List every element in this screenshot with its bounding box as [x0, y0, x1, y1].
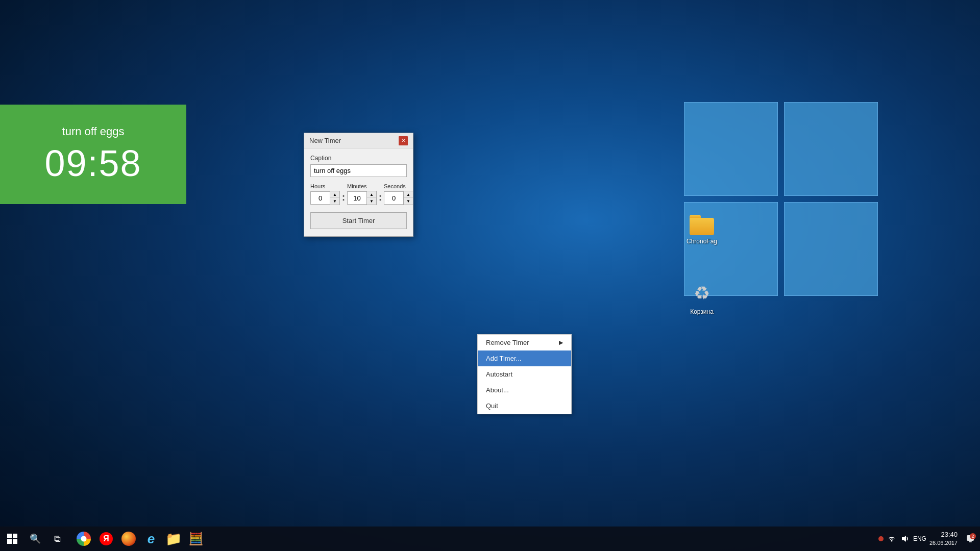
- taskbar-files[interactable]: 📁: [162, 528, 185, 550]
- menu-item-remove-timer[interactable]: Remove Timer ▶: [478, 335, 571, 350]
- timer-tray-indicator: [878, 536, 884, 541]
- hours-field: Hours ▲ ▼: [310, 183, 340, 205]
- taskbar-chrome[interactable]: [72, 528, 95, 550]
- taskbar-apps: Я e 📁 🧮: [68, 528, 878, 550]
- minutes-spinner-buttons: ▲ ▼: [366, 191, 377, 205]
- seconds-spinner-buttons: ▲ ▼: [403, 191, 413, 205]
- minutes-field: Minutes ▲ ▼: [347, 183, 377, 205]
- system-tray: ENG 23:40 26.06.2017 2: [878, 531, 980, 546]
- menu-item-autostart[interactable]: Autostart: [478, 366, 571, 382]
- new-timer-dialog: New Timer ✕ Caption Hours ▲ ▼ : Minutes: [304, 133, 413, 237]
- search-button[interactable]: 🔍: [24, 527, 46, 551]
- timer-widget-caption: turn off eggs: [62, 125, 125, 138]
- win-pane-4: [784, 202, 878, 296]
- taskbar: 🔍 ⧉ Я e 📁 🧮: [0, 527, 980, 551]
- timer-widget-display: 09:58: [44, 142, 141, 184]
- edge-icon: e: [144, 532, 158, 545]
- menu-item-quit[interactable]: Quit: [478, 398, 571, 414]
- caption-label: Caption: [310, 155, 407, 162]
- menu-item-label: Add Timer...: [486, 355, 521, 362]
- network-icon[interactable]: [887, 534, 897, 544]
- start-pane-1: [7, 534, 12, 538]
- menu-item-label: About...: [486, 386, 509, 394]
- volume-icon[interactable]: [900, 534, 910, 544]
- chrome-icon: [77, 532, 91, 546]
- dialog-close-button[interactable]: ✕: [399, 136, 408, 145]
- calculator-icon: 🧮: [188, 532, 204, 546]
- minutes-input[interactable]: [347, 191, 366, 205]
- desktop-icon-recycle[interactable]: ♻ Корзина: [681, 278, 722, 318]
- start-timer-button[interactable]: Start Timer: [310, 212, 407, 229]
- seconds-field: Seconds ▲ ▼: [384, 183, 413, 205]
- seconds-down-button[interactable]: ▼: [404, 198, 413, 205]
- clock-area[interactable]: 23:40 26.06.2017: [929, 531, 962, 546]
- seconds-input[interactable]: [384, 191, 403, 205]
- menu-item-add-timer[interactable]: Add Timer...: [478, 350, 571, 366]
- svg-marker-1: [902, 536, 906, 542]
- taskbar-edge[interactable]: e: [140, 528, 162, 550]
- dialog-title: New Timer: [309, 137, 341, 144]
- taskbar-yandex[interactable]: Я: [95, 528, 117, 550]
- minutes-spinner: ▲ ▼: [347, 191, 377, 205]
- language-indicator[interactable]: ENG: [913, 535, 926, 542]
- hours-label: Hours: [310, 183, 325, 189]
- dialog-body: Caption Hours ▲ ▼ : Minutes: [304, 148, 413, 236]
- svg-rect-3: [969, 541, 972, 542]
- separator-2: :: [379, 183, 382, 203]
- menu-item-about[interactable]: About...: [478, 382, 571, 398]
- minutes-down-button[interactable]: ▼: [367, 198, 376, 205]
- start-pane-2: [13, 534, 17, 538]
- caption-input[interactable]: [310, 164, 407, 177]
- start-icon: [7, 534, 17, 544]
- dialog-titlebar: New Timer ✕: [304, 133, 413, 148]
- hours-spinner-buttons: ▲ ▼: [330, 191, 340, 205]
- taskbar-firefox[interactable]: [117, 528, 140, 550]
- start-button[interactable]: [0, 527, 24, 551]
- notification-count: 2: [970, 533, 976, 539]
- search-icon: 🔍: [30, 533, 41, 544]
- task-view-icon: ⧉: [54, 534, 61, 544]
- files-icon: 📁: [165, 531, 182, 547]
- menu-item-label: Quit: [486, 402, 498, 410]
- minutes-up-button[interactable]: ▲: [367, 191, 376, 198]
- seconds-up-button[interactable]: ▲: [404, 191, 413, 198]
- hours-up-button[interactable]: ▲: [330, 191, 339, 198]
- desktop-icon-chronofag[interactable]: ChronoFag: [681, 212, 722, 248]
- desktop-icon-chronofag-label: ChronoFag: [687, 238, 717, 245]
- start-pane-4: [13, 539, 17, 544]
- hours-input[interactable]: [310, 191, 330, 205]
- win-pane-2: [784, 102, 878, 196]
- hours-down-button[interactable]: ▼: [330, 198, 339, 205]
- menu-item-label: Autostart: [486, 370, 512, 378]
- separator-1: :: [342, 183, 345, 203]
- windows-logo-decoration: [684, 102, 878, 296]
- context-menu: Remove Timer ▶ Add Timer... Autostart Ab…: [477, 334, 572, 414]
- taskbar-calculator[interactable]: 🧮: [185, 528, 207, 550]
- time-row: Hours ▲ ▼ : Minutes ▲ ▼: [310, 183, 407, 205]
- folder-icon: [690, 215, 714, 235]
- recycle-icon: ♻: [692, 281, 712, 306]
- start-pane-3: [7, 539, 12, 544]
- seconds-spinner: ▲ ▼: [384, 191, 413, 205]
- minutes-label: Minutes: [347, 183, 367, 189]
- submenu-arrow: ▶: [559, 339, 563, 346]
- seconds-label: Seconds: [384, 183, 406, 189]
- chrome-inner: [81, 536, 87, 542]
- clock-date: 26.06.2017: [929, 539, 958, 546]
- desktop-icon-recycle-label: Корзина: [690, 308, 714, 315]
- yandex-icon: Я: [100, 532, 113, 545]
- folder-body: [690, 218, 714, 235]
- notification-center-button[interactable]: 2: [965, 533, 976, 544]
- svg-point-0: [891, 540, 892, 542]
- menu-item-label: Remove Timer: [486, 339, 529, 346]
- firefox-icon: [121, 532, 136, 546]
- win-pane-1: [684, 102, 778, 196]
- hours-spinner: ▲ ▼: [310, 191, 340, 205]
- timer-widget: turn off eggs 09:58: [0, 105, 186, 204]
- clock-time: 23:40: [929, 531, 958, 539]
- task-view-button[interactable]: ⧉: [46, 527, 68, 551]
